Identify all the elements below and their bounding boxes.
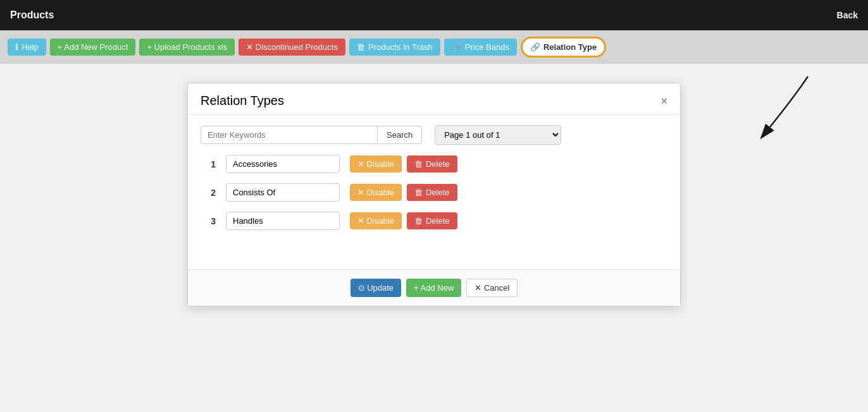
page-content: Relation Types × Search Page 1 out of 1 <box>0 64 868 380</box>
modal-title: Relation Types <box>201 94 284 108</box>
help-button[interactable]: ℹ Help <box>8 39 46 56</box>
modal-footer: ⊙ Update + Add New ✕ Cancel <box>188 269 680 306</box>
row-input-handles[interactable] <box>226 212 340 230</box>
header: Products Back <box>0 0 868 30</box>
trash-icon-3: 🗑 <box>414 216 423 226</box>
info-icon: ℹ <box>15 42 18 52</box>
disable-button-2[interactable]: ✕ Disable <box>350 184 402 201</box>
relation-link-icon: 🔗 <box>530 42 540 52</box>
relation-type-button[interactable]: 🔗 Relation Type <box>521 37 606 58</box>
upload-products-button[interactable]: + Upload Products xls <box>139 39 235 56</box>
modal-close-button[interactable]: × <box>660 95 667 107</box>
products-trash-button[interactable]: 🗑 Products In Trash <box>349 39 440 56</box>
modal-header: Relation Types × <box>188 83 680 115</box>
update-button[interactable]: ⊙ Update <box>350 279 402 297</box>
trash-icon-2: 🗑 <box>414 188 423 197</box>
page-title: Products <box>10 9 54 21</box>
relation-row: 1 ✕ Disable 🗑 Delete <box>201 155 667 173</box>
row-number: 2 <box>201 188 216 198</box>
row-number: 3 <box>201 216 216 226</box>
delete-button-1[interactable]: 🗑 Delete <box>407 155 457 173</box>
link-icon: 🔗 <box>452 42 462 52</box>
relation-row: 2 ✕ Disable 🗑 Delete <box>201 183 667 202</box>
row-actions: ✕ Disable 🗑 Delete <box>350 155 457 173</box>
row-actions: ✕ Disable 🗑 Delete <box>350 212 457 229</box>
search-bar: Search Page 1 out of 1 <box>201 125 667 145</box>
disable-button-3[interactable]: ✕ Disable <box>350 212 402 229</box>
add-product-button[interactable]: + Add New Product <box>50 39 136 56</box>
back-button[interactable]: Back <box>837 10 858 20</box>
disable-button-1[interactable]: ✕ Disable <box>350 155 402 173</box>
modal-body: Search Page 1 out of 1 1 ✕ Disable <box>188 115 680 269</box>
relation-row: 3 ✕ Disable 🗑 Delete <box>201 212 667 230</box>
cancel-button[interactable]: ✕ Cancel <box>466 279 518 297</box>
search-input[interactable] <box>201 126 378 144</box>
add-new-button[interactable]: + Add New <box>406 279 461 297</box>
row-number: 1 <box>201 159 216 169</box>
row-actions: ✕ Disable 🗑 Delete <box>350 184 457 201</box>
delete-button-2[interactable]: 🗑 Delete <box>407 184 457 201</box>
row-input-consists-of[interactable] <box>226 183 340 202</box>
relation-types-modal: Relation Types × Search Page 1 out of 1 <box>187 83 681 306</box>
delete-button-3[interactable]: 🗑 Delete <box>407 212 457 229</box>
trash-icon-1: 🗑 <box>414 159 423 169</box>
search-button[interactable]: Search <box>378 126 422 144</box>
modal-wrapper: Relation Types × Search Page 1 out of 1 <box>13 76 855 313</box>
pagination-select[interactable]: Page 1 out of 1 <box>435 125 561 145</box>
price-bands-button[interactable]: 🔗 Price Bands <box>444 39 517 56</box>
row-input-accessories[interactable] <box>226 155 340 173</box>
discontinued-products-button[interactable]: ✕ Discontinued Products <box>239 39 345 56</box>
trash-icon: 🗑 <box>357 42 365 52</box>
toolbar: ℹ Help + Add New Product + Upload Produc… <box>0 30 868 64</box>
